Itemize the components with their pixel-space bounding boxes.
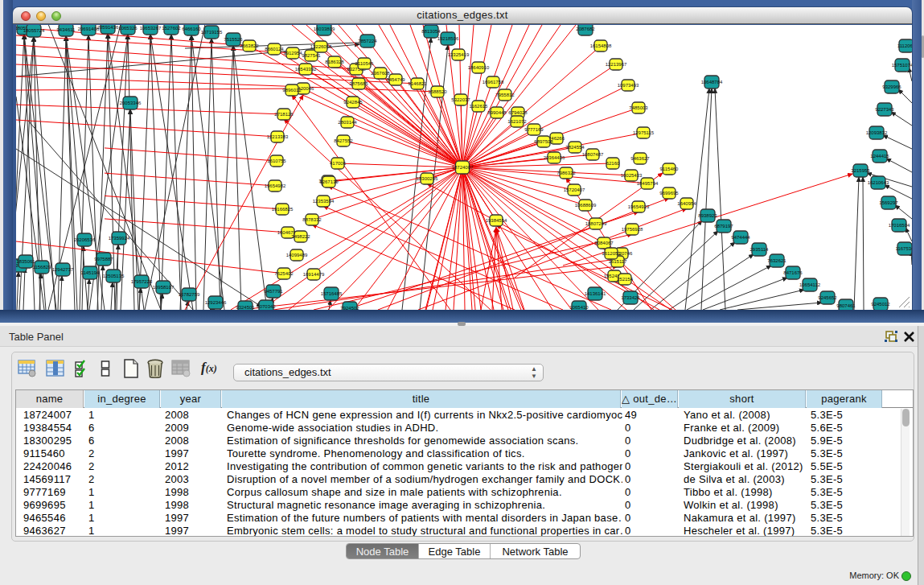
svg-text:9227343: 9227343	[875, 107, 894, 112]
svg-text:19218506: 19218506	[437, 36, 459, 41]
svg-text:3875685: 3875685	[349, 81, 368, 86]
svg-text:19756928: 19756928	[622, 227, 643, 232]
svg-text:19654982: 19654982	[265, 183, 286, 188]
svg-text:16033809: 16033809	[314, 27, 335, 31]
svg-text:1733426: 1733426	[621, 295, 640, 300]
svg-text:10688609: 10688609	[575, 203, 597, 208]
svg-text:1244415: 1244415	[870, 154, 889, 159]
svg-text:10654112: 10654112	[799, 282, 821, 287]
svg-text:9146821: 9146821	[408, 81, 427, 86]
svg-text:7485003: 7485003	[629, 105, 648, 110]
svg-text:9115460: 9115460	[660, 167, 680, 171]
svg-text:9827541: 9827541	[302, 53, 321, 58]
svg-text:16782759: 16782759	[179, 292, 200, 297]
svg-text:6466160: 6466160	[182, 27, 201, 31]
svg-text:1640954: 1640954	[677, 201, 696, 206]
svg-text:3824554: 3824554	[565, 145, 585, 150]
svg-text:6897508: 6897508	[534, 139, 553, 144]
svg-text:7632621: 7632621	[767, 258, 786, 263]
svg-text:7663822: 7663822	[240, 43, 259, 48]
svg-text:20206536: 20206536	[74, 237, 96, 242]
svg-text:9474444: 9474444	[731, 235, 750, 240]
svg-text:2110546: 2110546	[355, 61, 375, 66]
svg-text:1065326: 1065326	[118, 26, 138, 31]
svg-text:16543392: 16543392	[295, 67, 317, 72]
svg-text:9777169: 9777169	[524, 127, 544, 132]
svg-text:6794028: 6794028	[508, 110, 528, 115]
svg-text:10025433: 10025433	[621, 173, 643, 178]
svg-text:8427552: 8427552	[334, 138, 353, 143]
svg-text:7857224: 7857224	[358, 39, 377, 43]
svg-text:10719155: 10719155	[201, 30, 223, 35]
svg-text:12353594: 12353594	[313, 199, 335, 204]
svg-text:8454749: 8454749	[386, 77, 405, 82]
svg-text:8813054: 8813054	[421, 29, 441, 34]
svg-text:15720407: 15720407	[564, 187, 585, 192]
svg-text:10973493: 10973493	[618, 83, 639, 88]
svg-text:1588520: 1588520	[428, 89, 447, 94]
svg-text:12505135: 12505135	[103, 274, 125, 278]
svg-text:1527602: 1527602	[162, 26, 181, 31]
svg-text:2935114: 2935114	[750, 247, 770, 252]
svg-text:16961758: 16961758	[483, 80, 504, 84]
svg-text:2718126: 2718126	[274, 112, 294, 117]
svg-text:9699695: 9699695	[659, 191, 679, 196]
svg-text:417006: 417006	[330, 161, 347, 166]
svg-text:20591436: 20591436	[97, 25, 119, 30]
svg-text:9434611: 9434611	[57, 27, 76, 32]
svg-text:1162615: 1162615	[470, 104, 489, 109]
svg-text:10958107: 10958107	[153, 285, 175, 290]
svg-text:1156829: 1156829	[33, 265, 52, 270]
svg-text:9245012: 9245012	[871, 302, 890, 307]
svg-text:1112065: 1112065	[897, 43, 912, 48]
svg-text:8938923: 8938923	[698, 213, 717, 218]
svg-text:7515526: 7515526	[224, 37, 243, 42]
svg-text:1621072: 1621072	[507, 119, 527, 124]
svg-text:18724007: 18724007	[452, 165, 474, 170]
svg-text:12093832: 12093832	[866, 130, 888, 135]
svg-text:9896012: 9896012	[282, 88, 302, 93]
svg-text:5322037: 5322037	[451, 97, 470, 102]
svg-text:9329966: 9329966	[882, 84, 901, 89]
svg-text:9245652: 9245652	[818, 295, 837, 300]
svg-text:9242845: 9242845	[343, 100, 363, 105]
svg-text:2803144: 2803144	[338, 120, 357, 125]
svg-text:8186328: 8186328	[325, 60, 344, 64]
svg-text:18300295: 18300295	[417, 176, 438, 181]
svg-text:3267130: 3267130	[319, 179, 339, 184]
svg-text:9463627: 9463627	[630, 156, 650, 161]
svg-text:9457791: 9457791	[264, 289, 283, 294]
svg-text:12942737: 12942737	[52, 267, 74, 272]
svg-text:18807249: 18807249	[585, 221, 607, 226]
svg-text:17016504: 17016504	[889, 223, 910, 228]
svg-text:17359924: 17359924	[109, 236, 130, 241]
svg-text:3215955: 3215955	[851, 168, 870, 173]
svg-text:1610755: 1610755	[267, 159, 286, 163]
svg-text:19384554: 19384554	[486, 218, 507, 223]
svg-text:16210643: 16210643	[868, 180, 889, 185]
svg-text:1612053: 1612053	[602, 251, 621, 256]
svg-text:14136141: 14136141	[585, 291, 606, 296]
svg-text:19654923: 19654923	[628, 204, 650, 209]
svg-text:3498222: 3498222	[291, 234, 310, 239]
svg-text:20053346: 20053346	[120, 101, 142, 105]
svg-text:1569297: 1569297	[879, 200, 898, 205]
svg-text:10653267: 10653267	[140, 26, 162, 31]
svg-text:8990448: 8990448	[487, 110, 507, 115]
svg-text:8070342: 8070342	[257, 304, 276, 309]
svg-text:6879197: 6879197	[714, 224, 733, 229]
svg-text:7955812: 7955812	[495, 93, 515, 97]
svg-text:10807487: 10807487	[582, 152, 604, 157]
svg-text:13325419: 13325419	[448, 52, 470, 57]
svg-text:17957223: 17957223	[131, 279, 153, 284]
svg-text:19166825: 19166825	[272, 207, 294, 212]
svg-text:18640910: 18640910	[468, 65, 490, 70]
svg-text:18495794: 18495794	[637, 181, 659, 186]
svg-text:62160: 62160	[606, 161, 620, 166]
svg-text:12923446: 12923446	[205, 300, 227, 305]
svg-text:9975887: 9975887	[94, 257, 113, 262]
svg-text:12213967: 12213967	[606, 62, 627, 67]
svg-text:16914479: 16914479	[303, 272, 325, 277]
svg-text:7986322: 7986322	[556, 171, 576, 175]
svg-text:8471676: 8471676	[783, 270, 803, 275]
